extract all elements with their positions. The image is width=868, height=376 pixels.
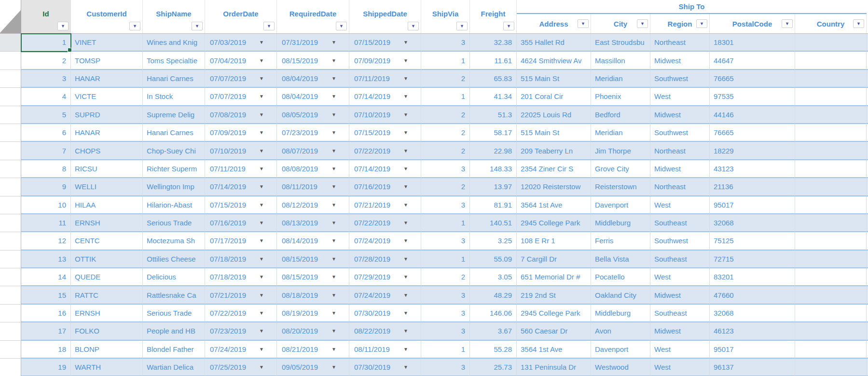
cell-customer-id[interactable]: HANAR — [71, 70, 143, 88]
column-header-address[interactable]: Address ▼ — [517, 14, 591, 33]
cell-id[interactable]: 7 — [21, 142, 71, 160]
cell-address[interactable]: 2945 College Park — [517, 214, 591, 232]
cell-id[interactable]: 17 — [21, 322, 71, 340]
cell-shipped-date[interactable]: 07/24/2019▼ — [349, 232, 421, 250]
cell-region[interactable]: Midwest — [650, 160, 710, 178]
column-header-id[interactable]: Id ▼ — [21, 0, 71, 33]
cell-shipped-date[interactable]: 07/21/2019▼ — [349, 196, 421, 214]
cell-order-date[interactable]: 07/09/2019▼ — [205, 124, 277, 142]
cell-region[interactable]: Midwest — [650, 286, 710, 304]
cell-shipped-date[interactable]: 07/15/2019▼ — [349, 34, 421, 52]
cell-dropdown-icon[interactable]: ▼ — [259, 274, 276, 279]
cell-shipped-date[interactable]: 07/22/2019▼ — [349, 214, 421, 232]
cell-dropdown-icon[interactable]: ▼ — [403, 166, 421, 171]
cell-freight[interactable]: 55.09 — [470, 251, 517, 268]
cell-order-date[interactable]: 07/25/2019▼ — [205, 359, 277, 376]
cell-dropdown-icon[interactable]: ▼ — [259, 58, 276, 63]
cell-dropdown-icon[interactable]: ▼ — [403, 274, 421, 279]
cell-dropdown-icon[interactable]: ▼ — [259, 328, 276, 334]
cell-customer-id[interactable]: VICTE — [71, 88, 143, 106]
cell-ship-name[interactable]: Wines and Knig — [143, 34, 205, 52]
cell-freight[interactable]: 58.17 — [470, 124, 517, 142]
cell-required-date[interactable]: 08/05/2019▼ — [277, 106, 349, 124]
cell-region[interactable]: West — [650, 88, 710, 106]
row-header[interactable] — [0, 124, 21, 142]
cell-ship-via[interactable]: 1 — [421, 251, 470, 268]
cell-customer-id[interactable]: RATTC — [71, 286, 143, 304]
cell-ship-name[interactable]: Wellington Imp — [143, 178, 205, 196]
cell-customer-id[interactable]: CHOPS — [71, 142, 143, 160]
cell-region[interactable]: Southeast — [650, 214, 710, 232]
cell-country[interactable] — [795, 232, 867, 250]
cell-dropdown-icon[interactable]: ▼ — [259, 310, 276, 316]
cell-dropdown-icon[interactable]: ▼ — [331, 130, 349, 135]
row-header[interactable] — [0, 34, 21, 52]
cell-required-date[interactable]: 08/04/2019▼ — [277, 70, 349, 88]
column-header-required-date[interactable]: RequiredDate ▼ — [277, 0, 349, 33]
cell-dropdown-icon[interactable]: ▼ — [259, 347, 276, 352]
cell-dropdown-icon[interactable]: ▼ — [259, 76, 276, 81]
filter-button-order-date[interactable]: ▼ — [263, 22, 275, 30]
cell-region[interactable]: West — [650, 196, 710, 214]
cell-dropdown-icon[interactable]: ▼ — [259, 202, 276, 208]
cell-dropdown-icon[interactable]: ▼ — [331, 76, 349, 81]
cell-city[interactable]: Middleburg — [591, 214, 650, 232]
cell-required-date[interactable]: 08/08/2019▼ — [277, 160, 349, 178]
cell-ship-name[interactable]: Hilarion-Abast — [143, 196, 205, 214]
cell-dropdown-icon[interactable]: ▼ — [331, 328, 349, 334]
cell-required-date[interactable]: 09/05/2019▼ — [277, 359, 349, 376]
cell-city[interactable]: Oakland City — [591, 286, 650, 304]
cell-postal-code[interactable]: 32068 — [710, 214, 795, 232]
cell-ship-via[interactable]: 3 — [421, 305, 470, 322]
cell-ship-name[interactable]: Richter Superm — [143, 160, 205, 178]
cell-city[interactable]: Bella Vista — [591, 251, 650, 268]
cell-dropdown-icon[interactable]: ▼ — [403, 310, 421, 316]
row-header[interactable] — [0, 214, 21, 232]
cell-dropdown-icon[interactable]: ▼ — [331, 58, 349, 63]
cell-address[interactable]: 2945 College Park — [517, 305, 591, 322]
cell-ship-via[interactable]: 2 — [421, 70, 470, 88]
cell-id[interactable]: 18 — [21, 341, 71, 359]
cell-required-date[interactable]: 08/20/2019▼ — [277, 322, 349, 340]
column-header-region[interactable]: Region ▼ — [650, 14, 710, 33]
cell-dropdown-icon[interactable]: ▼ — [331, 166, 349, 171]
column-header-country[interactable]: Country ▼ — [795, 14, 867, 33]
cell-customer-id[interactable]: ERNSH — [71, 214, 143, 232]
cell-postal-code[interactable]: 44647 — [710, 52, 795, 70]
cell-required-date[interactable]: 08/15/2019▼ — [277, 268, 349, 286]
cell-shipped-date[interactable]: 07/29/2019▼ — [349, 268, 421, 286]
row-header[interactable] — [0, 322, 21, 340]
cell-order-date[interactable]: 07/11/2019▼ — [205, 160, 277, 178]
cell-country[interactable] — [795, 251, 867, 268]
cell-postal-code[interactable]: 46123 — [710, 322, 795, 340]
column-header-freight[interactable]: Freight ▼ — [470, 0, 517, 33]
cell-customer-id[interactable]: ERNSH — [71, 305, 143, 322]
cell-dropdown-icon[interactable]: ▼ — [259, 94, 276, 99]
cell-order-date[interactable]: 07/07/2019▼ — [205, 70, 277, 88]
cell-country[interactable] — [795, 160, 867, 178]
cell-shipped-date[interactable]: 07/28/2019▼ — [349, 251, 421, 268]
cell-postal-code[interactable]: 95017 — [710, 196, 795, 214]
cell-customer-id[interactable]: OTTIK — [71, 251, 143, 268]
row-header[interactable] — [0, 341, 21, 359]
cell-ship-via[interactable]: 3 — [421, 196, 470, 214]
cell-shipped-date[interactable]: 07/14/2019▼ — [349, 160, 421, 178]
row-header[interactable] — [0, 305, 21, 322]
cell-order-date[interactable]: 07/07/2019▼ — [205, 88, 277, 106]
cell-dropdown-icon[interactable]: ▼ — [331, 310, 349, 316]
cell-ship-name[interactable]: Moctezuma Sh — [143, 232, 205, 250]
cell-shipped-date[interactable]: 07/15/2019▼ — [349, 124, 421, 142]
cell-region[interactable]: Southwest — [650, 124, 710, 142]
cell-dropdown-icon[interactable]: ▼ — [331, 148, 349, 153]
row-header[interactable] — [0, 142, 21, 160]
cell-customer-id[interactable]: WARTH — [71, 359, 143, 376]
cell-dropdown-icon[interactable]: ▼ — [403, 202, 421, 208]
cell-id[interactable]: 16 — [21, 305, 71, 322]
cell-id[interactable]: 13 — [21, 251, 71, 268]
cell-dropdown-icon[interactable]: ▼ — [331, 364, 349, 370]
cell-postal-code[interactable]: 32068 — [710, 305, 795, 322]
cell-address[interactable]: 219 2nd St — [517, 286, 591, 304]
cell-ship-name[interactable]: Toms Specialtie — [143, 52, 205, 70]
cell-region[interactable]: West — [650, 268, 710, 286]
cell-order-date[interactable]: 07/23/2019▼ — [205, 322, 277, 340]
